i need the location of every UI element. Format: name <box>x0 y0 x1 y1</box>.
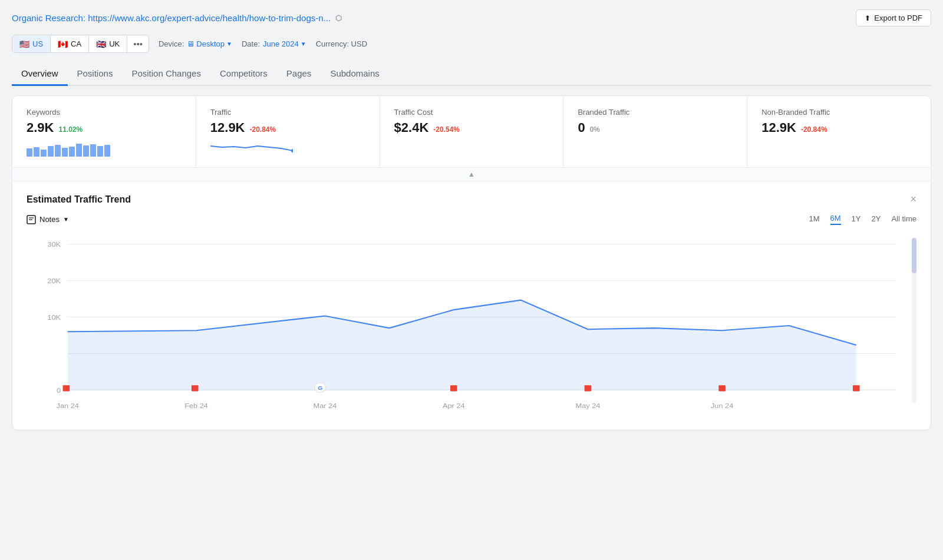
stat-traffic-cost: Traffic Cost $2.4K -20.54% <box>380 96 564 167</box>
export-icon: ⬆ <box>865 14 871 22</box>
notes-button[interactable]: Notes ▼ <box>27 215 69 224</box>
tab-position-changes[interactable]: Position Changes <box>122 62 210 86</box>
mini-bar <box>41 150 47 157</box>
chevron-up-icon: ▲ <box>468 170 475 178</box>
mini-bar <box>76 144 82 157</box>
main-nav: Overview Positions Position Changes Comp… <box>12 62 931 86</box>
svg-text:0: 0 <box>57 386 61 394</box>
svg-text:Apr 24: Apr 24 <box>443 402 465 410</box>
stat-branded-traffic: Branded Traffic 0 0% <box>563 96 747 167</box>
traffic-cost-change: -20.54% <box>433 125 460 134</box>
mini-bar <box>62 148 68 157</box>
tab-competitors[interactable]: Competitors <box>210 62 277 86</box>
expand-handle[interactable]: ▲ <box>12 168 931 181</box>
device-control: Device: 🖥 Desktop ▼ <box>159 39 232 48</box>
chart-fill <box>68 300 856 390</box>
chart-scrollbar[interactable] <box>912 238 916 403</box>
traffic-value: 12.9K <box>210 120 245 135</box>
notes-chevron-icon: ▼ <box>63 216 69 223</box>
keywords-value: 2.9K <box>27 120 54 135</box>
mini-bar <box>97 146 103 157</box>
page-header: Organic Research: https://www.akc.org/ex… <box>12 9 931 26</box>
svg-text:20K: 20K <box>47 277 61 284</box>
svg-point-0 <box>291 149 293 153</box>
time-tab-2y[interactable]: 2Y <box>871 214 881 224</box>
country-tab-uk[interactable]: 🇬🇧 UK <box>89 36 127 52</box>
mini-bar <box>104 145 110 157</box>
stats-row: Keywords 2.9K 11.02% <box>12 96 931 168</box>
mini-bar <box>69 147 75 157</box>
nonbranded-traffic-label: Non-Branded Traffic <box>761 108 916 117</box>
device-chevron-icon: ▼ <box>226 41 232 47</box>
keywords-label: Keywords <box>27 108 182 117</box>
svg-text:10K: 10K <box>47 313 61 321</box>
event-marker <box>192 385 199 391</box>
ca-flag-icon: 🇨🇦 <box>58 39 68 49</box>
keywords-change: 11.02% <box>58 125 83 134</box>
time-tab-alltime[interactable]: All time <box>891 214 916 224</box>
trend-title: Estimated Traffic Trend <box>27 194 131 205</box>
external-link-icon[interactable]: ⬡ <box>335 14 342 22</box>
device-selector[interactable]: 🖥 Desktop ▼ <box>187 39 232 48</box>
google-event-label: G <box>318 385 322 391</box>
event-marker <box>585 385 592 391</box>
time-tab-1y[interactable]: 1Y <box>852 214 861 224</box>
date-selector[interactable]: June 2024 ▼ <box>263 39 306 48</box>
svg-text:Jan 24: Jan 24 <box>57 402 80 410</box>
mini-bar <box>55 145 61 157</box>
stat-traffic: Traffic 12.9K -20.84% <box>196 96 380 167</box>
mini-bar <box>34 147 39 157</box>
tab-overview[interactable]: Overview <box>12 62 68 86</box>
country-tab-us[interactable]: 🇺🇸 US <box>12 36 51 52</box>
branded-traffic-change: 0% <box>590 125 600 134</box>
event-marker <box>63 385 70 391</box>
keywords-chart <box>27 140 182 157</box>
svg-text:30K: 30K <box>47 240 61 248</box>
mini-bar <box>48 146 54 157</box>
event-marker <box>853 385 860 391</box>
scrollbar-thumb[interactable] <box>912 238 916 273</box>
header-actions: ⬆ Export to PDF <box>856 9 931 26</box>
traffic-line-chart <box>210 140 293 157</box>
controls-bar: 🇺🇸 US 🇨🇦 CA 🇬🇧 UK ••• Device: 🖥 Desktop … <box>12 35 931 53</box>
uk-flag-icon: 🇬🇧 <box>96 39 106 49</box>
mini-bar <box>83 145 89 157</box>
time-tab-1m[interactable]: 1M <box>809 214 819 224</box>
page-title: Organic Research: https://www.akc.org/ex… <box>12 13 331 23</box>
date-chevron-icon: ▼ <box>301 41 306 47</box>
us-flag-icon: 🇺🇸 <box>19 39 29 49</box>
traffic-chart <box>210 140 365 157</box>
country-tab-ca[interactable]: 🇨🇦 CA <box>51 36 89 52</box>
svg-text:Jun 24: Jun 24 <box>711 402 734 410</box>
svg-text:Feb 24: Feb 24 <box>184 402 208 410</box>
main-card: Keywords 2.9K 11.02% <box>12 95 931 430</box>
export-button[interactable]: ⬆ Export to PDF <box>856 9 931 26</box>
event-marker <box>450 385 457 391</box>
event-marker <box>718 385 726 391</box>
mini-bar <box>27 148 32 157</box>
time-tab-6m[interactable]: 6M <box>830 214 841 225</box>
close-button[interactable]: × <box>910 193 916 206</box>
branded-traffic-value: 0 <box>578 120 585 135</box>
header-url[interactable]: https://www.akc.org/expert-advice/health… <box>88 13 331 23</box>
branded-traffic-label: Branded Traffic <box>578 108 733 117</box>
trend-section: Estimated Traffic Trend × Notes ▼ 1M 6M <box>12 181 931 430</box>
traffic-label: Traffic <box>210 108 365 117</box>
traffic-cost-label: Traffic Cost <box>394 108 549 117</box>
country-selector: 🇺🇸 US 🇨🇦 CA 🇬🇧 UK ••• <box>12 35 149 53</box>
nonbranded-traffic-change: -20.84% <box>801 125 827 134</box>
tab-subdomains[interactable]: Subdomains <box>321 62 388 86</box>
stat-keywords: Keywords 2.9K 11.02% <box>12 96 196 167</box>
time-range-selector: 1M 6M 1Y 2Y All time <box>809 214 916 225</box>
notes-icon <box>27 215 36 224</box>
more-countries-button[interactable]: ••• <box>127 35 149 52</box>
monitor-icon: 🖥 <box>187 39 194 48</box>
tab-positions[interactable]: Positions <box>68 62 123 86</box>
traffic-cost-value: $2.4K <box>394 120 429 135</box>
traffic-trend-chart: 30K 20K 10K 0 Jan 24 Feb 24 Mar 24 Apr 2… <box>27 232 916 420</box>
svg-text:May 24: May 24 <box>576 402 601 410</box>
svg-text:Mar 24: Mar 24 <box>314 402 337 410</box>
traffic-change: -20.84% <box>250 125 276 134</box>
tab-pages[interactable]: Pages <box>277 62 321 86</box>
mini-bar <box>90 144 96 157</box>
